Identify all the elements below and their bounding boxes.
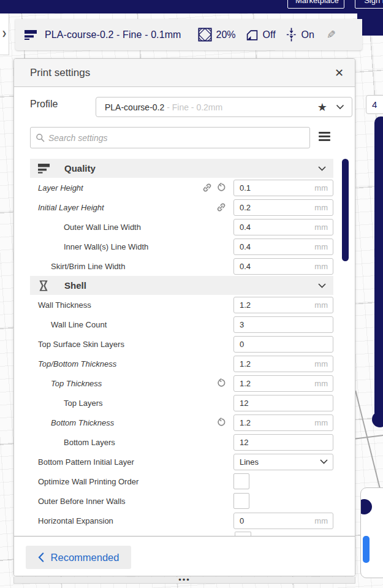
search-box[interactable] bbox=[30, 127, 310, 148]
setting-input[interactable]: 0.4mm bbox=[233, 239, 333, 255]
setting-label: Top Layers bbox=[14, 399, 226, 408]
setting-input[interactable]: 0.4mm bbox=[233, 258, 333, 275]
setting-row: Wall Line Count3 bbox=[14, 315, 355, 334]
setting-input[interactable]: 12 bbox=[233, 434, 333, 451]
panel-resize-handle[interactable]: ••• bbox=[13, 577, 355, 584]
revert-icon[interactable] bbox=[216, 378, 226, 388]
setting-unit: mm bbox=[314, 223, 328, 232]
setting-input[interactable]: 0.1mm bbox=[233, 180, 333, 196]
setting-value: 1.2 bbox=[240, 379, 251, 388]
chevron-down-icon bbox=[318, 283, 326, 288]
setting-unit: mm bbox=[314, 242, 328, 251]
setting-input[interactable]: 0mm bbox=[233, 513, 333, 529]
setting-label: Bottom Thickness bbox=[14, 418, 216, 427]
setting-value: 0.2 bbox=[240, 203, 251, 212]
collapsed-toolbar-strip[interactable]: ❯ bbox=[0, 13, 9, 55]
setting-row: Initial Layer Height0.2mm bbox=[14, 197, 355, 217]
setting-label: Skirt/Brim Line Width bbox=[14, 262, 226, 271]
chevron-right-icon: ❯ bbox=[2, 30, 7, 55]
setting-unit: mm bbox=[314, 379, 328, 388]
print-setup-header[interactable]: PLA-course-0.2 - Fine - 0.1mm 20% Off On… bbox=[15, 19, 362, 50]
setting-row: Skirt/Brim Line Width0.4mm bbox=[14, 256, 355, 276]
setting-row: Top/Bottom Thickness1.2mm bbox=[14, 354, 355, 373]
adhesion-icon bbox=[286, 27, 297, 42]
setting-value: 0.4 bbox=[240, 242, 251, 251]
setting-row: Inner Wall(s) Line Width0.4mm bbox=[14, 237, 355, 256]
setting-label: Inner Wall(s) Line Width bbox=[14, 242, 226, 251]
search-input[interactable] bbox=[48, 133, 305, 143]
setting-input[interactable]: 0 bbox=[233, 336, 333, 353]
setting-input[interactable]: 12 bbox=[233, 395, 333, 411]
chevron-down-icon bbox=[320, 459, 328, 464]
active-profile-summary: PLA-course-0.2 - Fine - 0.1mm bbox=[45, 29, 181, 40]
setting-value: 1.2 bbox=[240, 359, 251, 368]
setting-value: Lines bbox=[240, 457, 259, 467]
setting-input[interactable]: 1.2mm bbox=[233, 414, 333, 431]
adhesion-value: On bbox=[301, 29, 314, 40]
infill-value: 20% bbox=[216, 29, 236, 40]
revert-icon[interactable] bbox=[216, 418, 226, 427]
setting-value: 1.2 bbox=[240, 300, 251, 310]
slice-button-sliver[interactable] bbox=[363, 536, 370, 563]
search-icon bbox=[36, 133, 45, 143]
edit-pencil-icon[interactable]: ✎ bbox=[327, 28, 336, 42]
marketplace-button[interactable]: Marketplace bbox=[287, 0, 344, 9]
panel-footer: Recommended bbox=[14, 536, 355, 576]
layer-indicator: 4 bbox=[366, 95, 383, 114]
setting-unit: mm bbox=[314, 516, 328, 525]
setting-unit: mm bbox=[314, 183, 328, 193]
settings-list: QualityLayer Height0.1mmInitial Layer He… bbox=[14, 159, 355, 536]
setting-value: 0.1 bbox=[240, 183, 251, 193]
setting-label: Wall Thickness bbox=[14, 300, 226, 310]
setting-unit: mm bbox=[314, 203, 328, 212]
setting-label: Top Thickness bbox=[14, 379, 216, 388]
setting-input[interactable]: 1.2mm bbox=[233, 375, 333, 392]
setting-input[interactable]: 1.2mm bbox=[233, 297, 333, 313]
setting-input[interactable]: 0.4mm bbox=[233, 219, 333, 235]
setting-value: 3 bbox=[240, 320, 244, 329]
action-dot[interactable] bbox=[360, 499, 372, 514]
recommended-mode-button[interactable]: Recommended bbox=[26, 546, 131, 569]
setting-label: Horizontal Expansion bbox=[14, 516, 226, 525]
setting-value: 0 bbox=[240, 340, 244, 349]
setting-input[interactable]: 0.2mm bbox=[233, 199, 333, 216]
setting-label: Initial Layer Height bbox=[14, 203, 216, 212]
sign-in-button[interactable]: Sign in bbox=[355, 0, 383, 9]
setting-label: Outer Before Inner Walls bbox=[14, 497, 226, 506]
layers-icon bbox=[25, 29, 37, 40]
setting-dropdown[interactable]: Lines bbox=[233, 454, 333, 470]
revert-icon[interactable] bbox=[216, 183, 226, 193]
setting-row: Bottom Thickness1.2mm bbox=[14, 413, 355, 432]
chevron-down-icon bbox=[318, 166, 326, 171]
profile-name: PLA-course-0.2 bbox=[105, 102, 164, 112]
setting-row: Top Surface Skin Layers0 bbox=[14, 334, 355, 354]
section-header-quality[interactable]: Quality bbox=[30, 159, 333, 178]
setting-label: Outer Wall Line Width bbox=[14, 223, 226, 232]
section-header-shell[interactable]: Shell bbox=[30, 276, 333, 295]
viewport-scrollbar[interactable] bbox=[374, 116, 383, 419]
setting-value: 12 bbox=[240, 438, 248, 447]
setting-input[interactable]: 3 bbox=[233, 316, 333, 333]
setting-label: Optimize Wall Printing Order bbox=[14, 477, 226, 486]
star-icon[interactable]: ★ bbox=[317, 101, 327, 114]
setting-unit: mm bbox=[314, 359, 328, 368]
panel-title: Print settings bbox=[30, 67, 335, 79]
setting-checkbox[interactable] bbox=[233, 473, 249, 489]
link-icon[interactable] bbox=[216, 202, 226, 212]
profile-row: Profile PLA-course-0.2 - Fine - 0.2mm ★ bbox=[14, 87, 355, 124]
setting-row: Horizontal Expansion0mm bbox=[14, 511, 355, 530]
setting-label: Wall Line Count bbox=[14, 320, 226, 329]
setting-input[interactable]: 1.2mm bbox=[233, 356, 333, 372]
resize-dots: ••• bbox=[178, 578, 191, 582]
setting-row: Bottom Layers12 bbox=[14, 432, 355, 452]
setting-row: Outer Wall Line Width0.4mm bbox=[14, 217, 355, 237]
setting-value: 1.2 bbox=[240, 418, 251, 427]
panel-scrollbar[interactable] bbox=[342, 159, 349, 261]
close-icon[interactable]: ✕ bbox=[335, 66, 344, 80]
setting-value: 0.4 bbox=[240, 223, 251, 232]
link-icon[interactable] bbox=[202, 183, 212, 193]
setting-label: Bottom Pattern Initial Layer bbox=[14, 457, 226, 467]
settings-visibility-menu-icon[interactable] bbox=[319, 132, 330, 141]
profile-dropdown[interactable]: PLA-course-0.2 - Fine - 0.2mm ★ bbox=[96, 97, 352, 117]
setting-checkbox[interactable] bbox=[233, 493, 249, 509]
